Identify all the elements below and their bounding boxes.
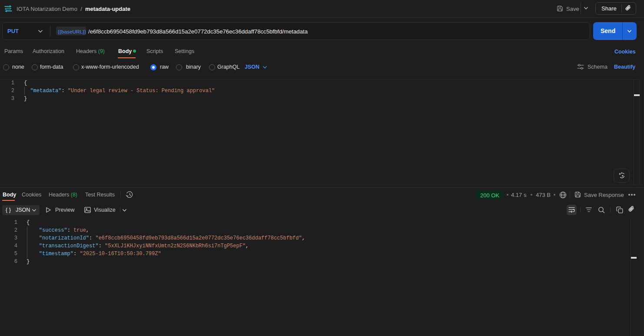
svg-text:HTTP: HTTP [5, 7, 11, 11]
